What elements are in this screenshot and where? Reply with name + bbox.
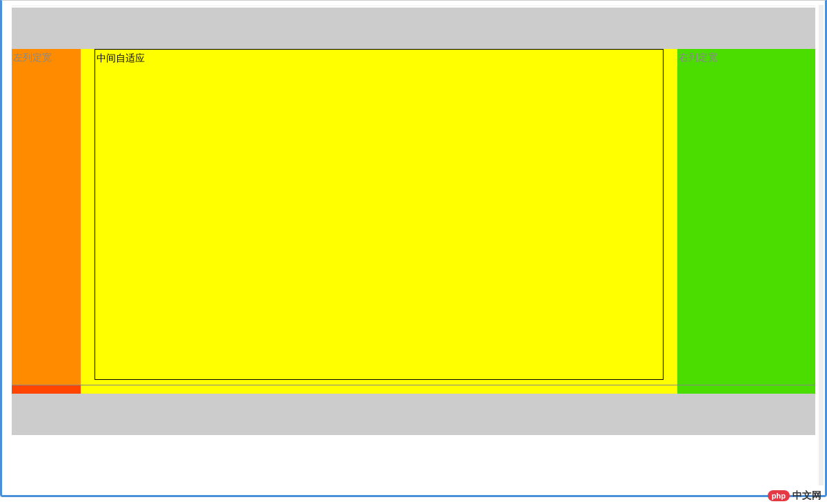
watermark-site-name: 中文网 — [793, 490, 821, 502]
right-column-label: 右列定宽 — [679, 52, 717, 63]
site-watermark: php 中文网 — [768, 490, 821, 502]
right-column: 右列定宽 — [677, 49, 815, 385]
center-column-label: 中间自适应 — [97, 52, 145, 63]
right-column-footer-strip — [677, 385, 815, 394]
page-content: 左列定宽 中间自适应 右列定宽 — [12, 5, 815, 485]
left-column-label: 左列定宽 — [13, 52, 52, 63]
center-column-footer-strip — [81, 385, 677, 394]
browser-window-frame: 左列定宽 中间自适应 右列定宽 — [0, 0, 827, 497]
php-badge: php — [768, 490, 790, 501]
left-column-footer-strip — [12, 385, 81, 394]
three-column-layout: 左列定宽 中间自适应 右列定宽 — [12, 49, 815, 394]
center-column: 中间自适应 — [94, 49, 664, 380]
left-column: 左列定宽 — [12, 49, 81, 385]
header-section — [12, 8, 815, 49]
top-divider — [12, 5, 815, 6]
vertical-scrollbar[interactable] — [819, 5, 824, 485]
footer-section — [12, 394, 815, 435]
